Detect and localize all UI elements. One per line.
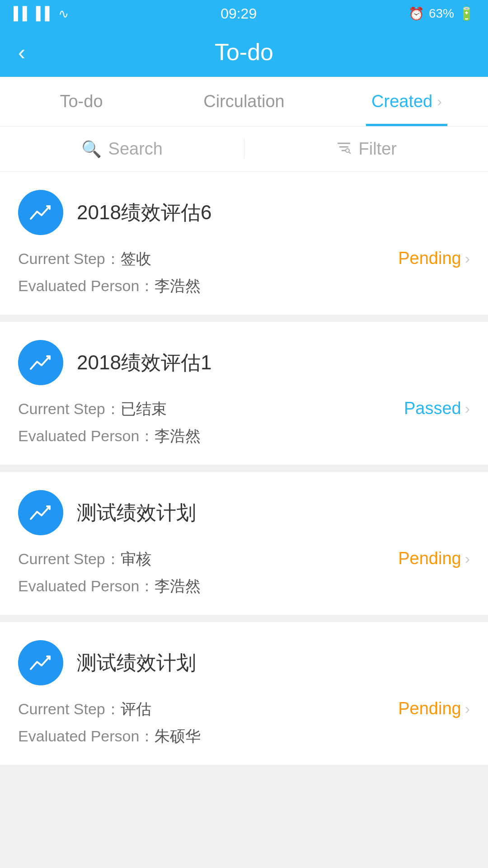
item-meta: Current Step：审核 Evaluated Person：李浩然 Pen… — [18, 549, 470, 597]
item-details: Current Step：评估 Evaluated Person：朱硕华 — [18, 699, 201, 747]
item-status[interactable]: Pending › — [398, 549, 470, 568]
signal-2g-icon: ▌▌ — [36, 6, 54, 21]
evaluated-person-row: Evaluated Person：李浩然 — [18, 426, 201, 447]
search-section[interactable]: 🔍 Search — [0, 139, 244, 159]
current-step-value: 审核 — [121, 550, 151, 567]
status-bar: ▌▌ ▌▌ ∿ 09:29 ⏰ 63% 🔋 — [0, 0, 488, 27]
tab-created[interactable]: Created › — [325, 77, 488, 126]
item-status[interactable]: Pending › — [398, 249, 470, 268]
item-icon — [18, 640, 63, 685]
filter-label: Filter — [359, 139, 397, 159]
list-item[interactable]: 2018绩效评估1 Current Step：已结束 Evaluated Per… — [0, 322, 488, 465]
status-time: 09:29 — [221, 5, 257, 22]
item-list: 2018绩效评估6 Current Step：签收 Evaluated Pers… — [0, 172, 488, 765]
filter-icon — [336, 139, 352, 159]
battery-percent: 63% — [429, 6, 454, 21]
item-title: 测试绩效计划 — [77, 500, 196, 526]
status-chevron: › — [465, 700, 470, 717]
item-details: Current Step：签收 Evaluated Person：李浩然 — [18, 249, 201, 297]
filter-section[interactable]: Filter — [244, 139, 488, 159]
current-step-label: Current Step： — [18, 400, 121, 417]
current-step-label: Current Step： — [18, 250, 121, 267]
status-label: Pending — [398, 249, 461, 268]
status-chevron: › — [465, 400, 470, 417]
tab-circulation-label: Circulation — [203, 92, 285, 111]
item-icon — [18, 490, 63, 535]
evaluated-person-value: 朱硕华 — [155, 727, 201, 745]
tab-todo-label: To-do — [60, 92, 103, 111]
current-step-row: Current Step：评估 — [18, 699, 201, 720]
svg-point-3 — [346, 149, 349, 152]
status-chevron: › — [465, 250, 470, 267]
svg-line-4 — [349, 152, 351, 154]
evaluated-person-label: Evaluated Person： — [18, 277, 155, 294]
header: ‹ To-do — [0, 27, 488, 77]
item-meta: Current Step：评估 Evaluated Person：朱硕华 Pen… — [18, 699, 470, 747]
tab-circulation[interactable]: Circulation — [163, 77, 325, 126]
current-step-row: Current Step：审核 — [18, 549, 201, 570]
evaluated-person-label: Evaluated Person： — [18, 577, 155, 594]
item-title: 2018绩效评估6 — [77, 199, 211, 226]
current-step-value: 已结束 — [121, 400, 167, 417]
list-item[interactable]: 测试绩效计划 Current Step：评估 Evaluated Person：… — [0, 622, 488, 765]
search-icon: 🔍 — [81, 140, 102, 159]
item-icon — [18, 340, 63, 385]
evaluated-person-row: Evaluated Person：李浩然 — [18, 576, 201, 597]
search-filter-bar: 🔍 Search Filter — [0, 127, 488, 172]
evaluated-person-row: Evaluated Person：李浩然 — [18, 276, 201, 297]
item-details: Current Step：已结束 Evaluated Person：李浩然 — [18, 399, 201, 447]
evaluated-person-label: Evaluated Person： — [18, 427, 155, 444]
item-header: 测试绩效计划 — [18, 490, 470, 535]
status-label: Passed — [404, 399, 461, 418]
item-header: 2018绩效评估6 — [18, 190, 470, 235]
item-header: 测试绩效计划 — [18, 640, 470, 685]
tab-bar: To-do Circulation Created › — [0, 77, 488, 127]
status-label: Pending — [398, 699, 461, 718]
status-left: ▌▌ ▌▌ ∿ — [14, 6, 69, 21]
signal-icon: ▌▌ — [14, 6, 32, 21]
status-chevron: › — [465, 550, 470, 567]
item-header: 2018绩效评估1 — [18, 340, 470, 385]
tab-todo[interactable]: To-do — [0, 77, 163, 126]
tab-created-chevron: › — [437, 93, 442, 110]
item-status[interactable]: Passed › — [404, 399, 470, 418]
evaluated-person-row: Evaluated Person：朱硕华 — [18, 726, 201, 747]
current-step-row: Current Step：签收 — [18, 249, 201, 269]
page-title: To-do — [215, 38, 273, 66]
status-right: ⏰ 63% 🔋 — [408, 6, 474, 21]
current-step-label: Current Step： — [18, 550, 121, 567]
item-details: Current Step：审核 Evaluated Person：李浩然 — [18, 549, 201, 597]
status-label: Pending — [398, 549, 461, 568]
item-icon — [18, 190, 63, 235]
wifi-icon: ∿ — [58, 6, 69, 21]
item-status[interactable]: Pending › — [398, 699, 470, 718]
evaluated-person-value: 李浩然 — [155, 427, 201, 444]
item-meta: Current Step：已结束 Evaluated Person：李浩然 Pa… — [18, 399, 470, 447]
battery-icon: 🔋 — [459, 6, 474, 21]
list-item[interactable]: 2018绩效评估6 Current Step：签收 Evaluated Pers… — [0, 172, 488, 315]
evaluated-person-value: 李浩然 — [155, 277, 201, 294]
item-title: 2018绩效评估1 — [77, 349, 211, 376]
current-step-value: 签收 — [121, 250, 151, 267]
search-label: Search — [108, 139, 163, 159]
alarm-icon: ⏰ — [408, 6, 424, 21]
current-step-row: Current Step：已结束 — [18, 399, 201, 420]
item-meta: Current Step：签收 Evaluated Person：李浩然 Pen… — [18, 249, 470, 297]
evaluated-person-label: Evaluated Person： — [18, 727, 155, 745]
current-step-label: Current Step： — [18, 700, 121, 717]
tab-created-label: Created — [371, 92, 432, 111]
evaluated-person-value: 李浩然 — [155, 577, 201, 594]
item-title: 测试绩效计划 — [77, 650, 196, 676]
current-step-value: 评估 — [121, 700, 151, 717]
list-item[interactable]: 测试绩效计划 Current Step：审核 Evaluated Person：… — [0, 472, 488, 615]
back-button[interactable]: ‹ — [18, 40, 25, 65]
